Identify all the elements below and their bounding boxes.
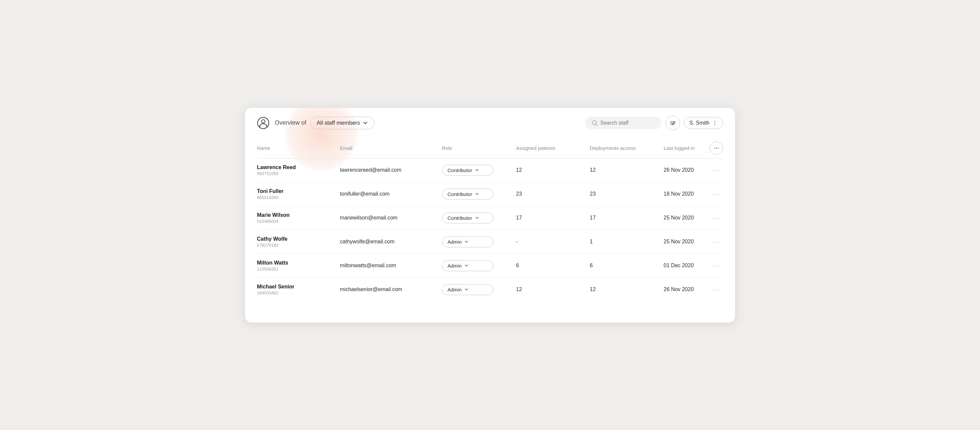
cell-actions-4: ··· xyxy=(710,253,723,277)
staff-filter-dropdown[interactable]: All staff members xyxy=(310,117,374,129)
staff-name-5: Michael Senior xyxy=(257,284,340,290)
svg-point-7 xyxy=(672,124,674,125)
col-header-role: Role xyxy=(442,138,516,158)
cell-deployments-3: 1 xyxy=(590,230,664,253)
logo-icon xyxy=(257,117,269,129)
col-header-last-logged: Last logged in xyxy=(664,138,710,158)
staff-id-4: 110506201 xyxy=(257,266,340,272)
cell-role-4: Admin xyxy=(442,253,516,277)
overview-label: Overview of xyxy=(275,119,306,126)
svg-point-1 xyxy=(262,120,265,123)
cell-last-logged-0: 26 Nov 2020 xyxy=(664,158,710,182)
cell-patients-4: 6 xyxy=(516,253,590,277)
search-input[interactable] xyxy=(600,120,650,126)
cell-deployments-5: 12 xyxy=(590,277,664,301)
staff-name-1: Toni Fuller xyxy=(257,188,340,194)
staff-id-5: 184503482 xyxy=(257,290,340,295)
staff-name-3: Cathy Wolfe xyxy=(257,236,340,242)
chevron-down-icon xyxy=(475,215,479,220)
chevron-down-icon xyxy=(475,192,479,196)
role-dropdown-1[interactable]: Contributor xyxy=(442,189,493,199)
cell-role-0: Contributor xyxy=(442,158,516,182)
table-more-button[interactable] xyxy=(710,142,723,155)
staff-id-2: 515488004 xyxy=(257,219,340,224)
cell-patients-5: 12 xyxy=(516,277,590,301)
col-header-actions xyxy=(710,138,723,158)
role-label-2: Contributor xyxy=(447,215,472,221)
cell-last-logged-3: 25 Nov 2020 xyxy=(664,230,710,253)
staff-table: Name Email Role Assigned patients Deploy… xyxy=(257,138,723,301)
staff-name-4: Milton Watts xyxy=(257,260,340,266)
row-more-button-3[interactable]: ··· xyxy=(710,237,723,247)
row-more-button-2[interactable]: ··· xyxy=(710,213,723,223)
row-more-button-5[interactable]: ··· xyxy=(710,285,723,295)
cell-email-4: miltonwatts@email.com xyxy=(340,253,442,277)
cell-name-4: Milton Watts 110506201 xyxy=(257,253,340,277)
chevron-down-icon xyxy=(475,168,479,172)
role-label-5: Admin xyxy=(447,287,462,292)
cell-patients-3: - xyxy=(516,230,590,253)
cell-actions-3: ··· xyxy=(710,230,723,253)
chevron-down-icon xyxy=(464,263,469,268)
cell-actions-1: ··· xyxy=(710,182,723,206)
role-dropdown-4[interactable]: Admin xyxy=(442,260,493,271)
table-header-row: Name Email Role Assigned patients Deploy… xyxy=(257,138,723,158)
user-name: S. Smith xyxy=(690,120,710,126)
svg-point-9 xyxy=(714,122,715,123)
cell-deployments-1: 23 xyxy=(590,182,664,206)
filter-button[interactable] xyxy=(665,116,680,130)
cell-email-5: michaelsenior@email.com xyxy=(340,277,442,301)
cell-deployments-2: 17 xyxy=(590,206,664,230)
staff-id-1: 865514265 xyxy=(257,195,340,200)
cell-role-5: Admin xyxy=(442,277,516,301)
col-header-name: Name xyxy=(257,138,340,158)
cell-email-2: mariewilson@email.com xyxy=(340,206,442,230)
more-vertical-icon xyxy=(712,120,718,126)
cell-actions-2: ··· xyxy=(710,206,723,230)
svg-point-2 xyxy=(592,121,597,125)
cell-patients-2: 17 xyxy=(516,206,590,230)
cell-role-3: Admin xyxy=(442,230,516,253)
staff-table-wrapper: Name Email Role Assigned patients Deploy… xyxy=(245,138,735,313)
cell-last-logged-2: 25 Nov 2020 xyxy=(664,206,710,230)
cell-email-1: tonifuller@email.com xyxy=(340,182,442,206)
cell-patients-0: 12 xyxy=(516,158,590,182)
header: Overview of All staff members xyxy=(245,108,735,138)
svg-point-6 xyxy=(674,122,675,124)
chevron-down-icon xyxy=(464,287,469,292)
cell-last-logged-1: 18 Nov 2020 xyxy=(664,182,710,206)
role-dropdown-5[interactable]: Admin xyxy=(442,284,493,295)
chevron-down-icon xyxy=(363,120,368,126)
role-dropdown-3[interactable]: Admin xyxy=(442,236,493,247)
cell-role-1: Contributor xyxy=(442,182,516,206)
cell-name-2: Marie Wilson 515488004 xyxy=(257,206,340,230)
table-row: Toni Fuller 865514265 tonifuller@email.c… xyxy=(257,182,723,206)
role-dropdown-0[interactable]: Contributor xyxy=(442,165,493,176)
table-row: Milton Watts 110506201 miltonwatts@email… xyxy=(257,253,723,277)
svg-point-11 xyxy=(714,148,716,148)
row-more-button-4[interactable]: ··· xyxy=(710,261,723,271)
role-dropdown-2[interactable]: Contributor xyxy=(442,212,493,223)
cell-patients-1: 23 xyxy=(516,182,590,206)
cell-email-3: cathywolfe@email.com xyxy=(340,230,442,253)
staff-name-0: Lawrence Reed xyxy=(257,164,340,170)
cell-actions-0: ··· xyxy=(710,158,723,182)
table-row: Marie Wilson 515488004 mariewilson@email… xyxy=(257,206,723,230)
staff-name-2: Marie Wilson xyxy=(257,212,340,218)
row-more-button-0[interactable]: ··· xyxy=(710,165,723,175)
cell-actions-5: ··· xyxy=(710,277,723,301)
svg-point-8 xyxy=(714,121,715,121)
cell-name-0: Lawrence Reed 992751056 xyxy=(257,158,340,182)
role-label-1: Contributor xyxy=(447,191,472,197)
cell-deployments-4: 6 xyxy=(590,253,664,277)
user-menu-button[interactable]: S. Smith xyxy=(684,117,723,129)
row-more-button-1[interactable]: ··· xyxy=(710,189,723,199)
main-card: Overview of All staff members xyxy=(245,108,735,323)
role-label-0: Contributor xyxy=(447,167,472,173)
more-horizontal-icon xyxy=(713,145,719,151)
table-row: Lawrence Reed 992751056 lawrencereed@ema… xyxy=(257,158,723,182)
staff-id-3: 278270182 xyxy=(257,243,340,248)
cell-name-1: Toni Fuller 865514265 xyxy=(257,182,340,206)
svg-point-12 xyxy=(716,148,717,148)
table-row: Michael Senior 184503482 michaelsenior@e… xyxy=(257,277,723,301)
